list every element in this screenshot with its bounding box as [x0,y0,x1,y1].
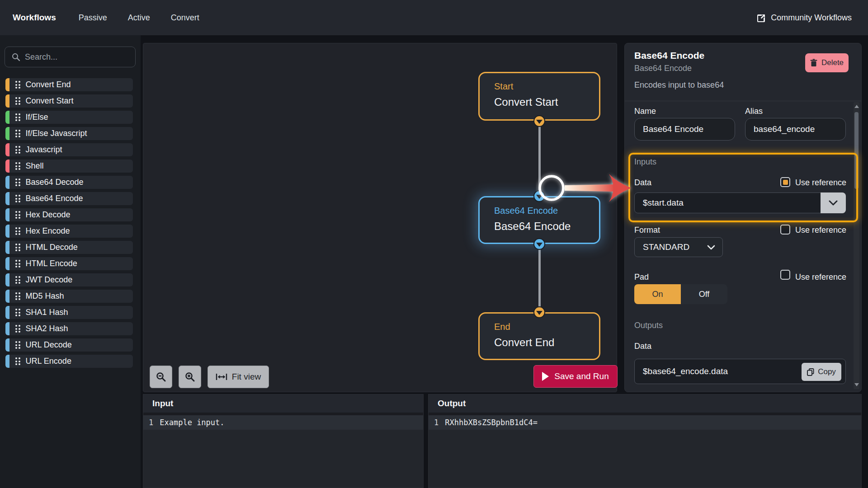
drag-handle-icon [15,276,20,284]
sidebar-node-item[interactable]: MD5 Hash [5,290,133,303]
alias-field[interactable]: base64_encode [745,118,846,141]
sidebar-node-item[interactable]: Base64 Decode [5,176,133,189]
edge-encode-to-end [538,244,541,312]
sidebar-node-item[interactable]: URL Decode [5,338,133,352]
node-item-label: Hex Decode [26,210,71,220]
delete-node-button[interactable]: Delete [805,53,849,72]
sidebar-node-item[interactable]: Shell [5,160,133,173]
drag-handle-icon [15,211,20,219]
format-use-reference-label: Use reference [795,225,846,235]
format-use-reference-checkbox[interactable] [780,225,790,235]
node-convert-start[interactable]: Start Convert Start [478,72,600,121]
outputs-section-label: Outputs [634,321,663,330]
node-item-label: If/Else Javascript [26,129,87,138]
sidebar-node-item[interactable]: HTML Decode [5,241,133,254]
drag-handle-icon [15,113,20,121]
inputs-section-label: Inputs [634,157,656,167]
sidebar-node-item[interactable]: HTML Encode [5,257,133,270]
copy-button[interactable]: Copy [802,363,841,381]
sidebar-node-item[interactable]: Convert End [5,78,133,91]
sidebar-node-item[interactable]: If/Else Javascript [5,127,133,140]
drag-handle-icon [15,195,20,202]
port-start-output[interactable] [533,115,545,127]
scroll-down-icon[interactable] [854,383,859,386]
tab-active[interactable]: Active [128,13,150,23]
input-line-1[interactable]: 1 Example input. [143,415,423,430]
workflow-canvas[interactable]: Start Convert Start Base64 Encode Base64… [143,43,617,392]
drag-handle-icon [15,244,20,251]
node-type-label: End [494,322,599,332]
zoom-out-button[interactable] [150,366,172,388]
name-field[interactable]: Base64 Encode [634,118,735,141]
output-panel-title: Output [438,399,466,408]
node-item-label: Hex Encode [26,226,70,236]
pad-on-button[interactable]: On [634,284,681,304]
alias-label: Alias [745,107,763,116]
scroll-up-icon[interactable] [854,105,859,108]
inspector-scrollbar[interactable] [854,102,859,389]
community-workflows-label: Community Workflows [771,13,852,23]
format-select[interactable]: STANDARD [634,237,723,257]
node-item-label: HTML Decode [26,243,78,252]
pad-use-reference-checkbox[interactable] [780,270,790,280]
node-type-label: Start [494,81,599,92]
sidebar-node-item[interactable]: Javascript [5,143,133,156]
node-inspector-panel: Base64 Encode Base64 Encode Encodes inpu… [624,43,862,392]
input-editor[interactable]: 1 Example input. [143,415,423,430]
drag-handle-icon [15,97,20,105]
fit-view-label: Fit view [232,372,261,382]
data-use-reference-label: Use reference [795,178,846,188]
output-panel: Output 1 RXhhbXBsZSBpbnB1dC4= [428,394,862,488]
sidebar-node-item[interactable]: URL Encode [5,355,133,368]
search-input[interactable]: Search... [5,47,136,67]
data-use-reference-checkbox[interactable] [780,177,790,187]
sidebar-node-item[interactable]: JWT Decode [5,273,133,286]
sidebar-node-item[interactable]: Convert Start [5,94,133,108]
sidebar-node-item[interactable]: Hex Encode [5,225,133,238]
scrollbar-thumb[interactable] [854,112,859,189]
search-icon [11,52,20,61]
pad-off-button[interactable]: Off [681,284,727,304]
drag-handle-icon [15,162,20,170]
output-value-field: $base64_encode.data Copy [634,359,846,384]
sidebar-node-item[interactable]: If/Else [5,111,133,124]
data-select-dropdown-button[interactable] [821,192,846,213]
tab-convert[interactable]: Convert [171,13,199,23]
input-panel-title: Input [152,399,173,408]
node-base64-encode[interactable]: Base64 Encode Base64 Encode [478,196,600,244]
community-workflows-link[interactable]: Community Workflows [757,13,852,23]
node-item-label: Convert End [26,80,71,89]
node-color-strip [5,143,9,156]
format-label: Format [634,225,660,235]
trash-icon [810,59,817,67]
sidebar-node-item[interactable]: SHA1 Hash [5,306,133,319]
sidebar-node-item[interactable]: Hex Decode [5,208,133,221]
fit-view-button[interactable]: Fit view [208,366,269,388]
tab-passive[interactable]: Passive [79,13,107,23]
search-placeholder: Search... [25,52,57,62]
node-palette-sidebar: Search... Convert End Convert Start If/E… [0,35,141,488]
output-editor[interactable]: 1 RXhhbXBsZSBpbnB1dC4= [429,415,861,430]
output-value-text: $base64_encode.data [643,366,728,376]
save-and-run-button[interactable]: Save and Run [533,365,618,388]
node-item-label: Javascript [26,145,62,155]
sidebar-node-list: Convert End Convert Start If/Else If/Els… [5,78,133,368]
line-text: RXhhbXBsZSBpbnB1dC4= [445,418,538,427]
port-encode-input[interactable] [533,190,545,202]
drag-handle-icon [15,292,20,300]
sidebar-node-item[interactable]: SHA2 Hash [5,322,133,335]
node-color-strip [5,338,9,352]
node-convert-end[interactable]: End Convert End [478,312,600,360]
node-color-strip [5,322,9,335]
line-number: 1 [149,418,153,427]
app-title: Workflows [13,13,56,23]
sidebar-node-item[interactable]: Base64 Encode [5,192,133,205]
port-end-input[interactable] [533,306,545,318]
port-encode-output[interactable] [533,238,545,250]
drag-handle-icon [15,341,20,349]
output-line-1[interactable]: 1 RXhhbXBsZSBpbnB1dC4= [429,415,861,430]
data-value-select[interactable]: $start.data [634,192,846,213]
zoom-in-button[interactable] [179,366,201,388]
node-color-strip [5,241,9,254]
node-color-strip [5,94,9,108]
